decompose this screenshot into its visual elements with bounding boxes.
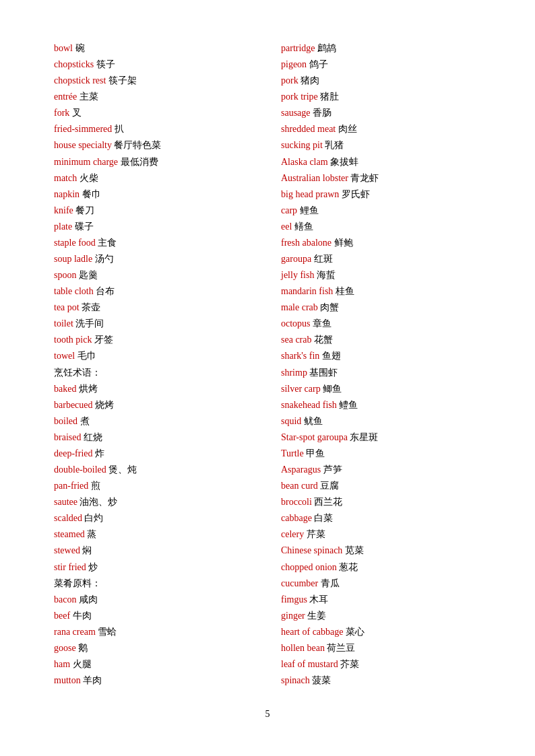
chinese-term: 苋菜: [345, 545, 364, 555]
chinese-term: 羊肉: [83, 675, 102, 685]
english-term: tooth pick: [54, 335, 94, 345]
list-item: spoon 匙羹: [54, 267, 254, 283]
chinese-term: 烧烤: [95, 400, 114, 410]
list-item: tea pot 茶壶: [54, 300, 254, 316]
english-term: partridge: [281, 43, 317, 53]
chinese-term: 鳝鱼: [294, 221, 313, 232]
chinese-term: 洗手间: [75, 318, 104, 329]
list-item: ginger 生姜: [281, 608, 481, 624]
chinese-term: 芦笋: [323, 465, 342, 475]
english-term: spinach: [281, 675, 312, 685]
chinese-term: 基围虾: [309, 368, 338, 378]
english-term: Australian lobster: [281, 173, 350, 183]
list-item: sausage 香肠: [281, 105, 481, 121]
english-term: snakehead fish: [281, 400, 339, 410]
english-term: toilet: [54, 318, 75, 329]
list-item: scalded 白灼: [54, 510, 254, 526]
list-item: match 火柴: [54, 170, 254, 186]
list-item: rana cream 雪蛤: [54, 624, 254, 640]
chinese-term: 毛巾: [77, 351, 96, 361]
english-term: table cloth: [54, 286, 96, 296]
list-item: stewed 焖: [54, 543, 254, 559]
chinese-term: 章鱼: [313, 318, 332, 329]
list-item: hollen bean 荷兰豆: [281, 640, 481, 656]
english-term: chopstick rest: [54, 75, 108, 85]
english-term: ham: [54, 659, 73, 669]
list-item: towel 毛巾: [54, 348, 254, 364]
list-item: staple food 主食: [54, 235, 254, 251]
chinese-term: 油泡、炒: [80, 497, 117, 507]
chinese-term: 炸: [95, 448, 104, 458]
english-term: shrimp: [281, 368, 309, 378]
english-term: pan-fried: [54, 481, 91, 491]
english-term: baked: [54, 384, 79, 394]
chinese-term: 东星斑: [350, 432, 378, 442]
english-term: plate: [54, 221, 75, 232]
english-term: napkin: [54, 189, 82, 199]
english-term: squid: [281, 416, 304, 426]
chinese-term: 西兰花: [314, 497, 342, 507]
chinese-term: 青龙虾: [350, 173, 379, 183]
english-term: silver carp: [281, 384, 323, 394]
english-term: chopped onion: [281, 562, 339, 572]
list-item: bean curd 豆腐: [281, 478, 481, 494]
list-item: cucumber 青瓜: [281, 576, 481, 592]
english-term: male crab: [281, 302, 320, 312]
english-term: Turtle: [281, 448, 306, 458]
list-item: shark's fin 鱼翅: [281, 348, 481, 364]
section-header: 烹饪术语：: [54, 365, 254, 381]
english-term: sea crab: [281, 335, 314, 345]
list-item: tooth pick 牙签: [54, 332, 254, 348]
english-term: spoon: [54, 270, 79, 280]
list-item: mandarin fish 桂鱼: [281, 283, 481, 300]
chinese-term: 海蜇: [317, 270, 336, 280]
english-term: double-boiled: [54, 465, 108, 475]
list-item: fimgus 木耳: [281, 592, 481, 608]
list-item: double-boiled 煲、炖: [54, 462, 254, 478]
chinese-term: 鱿鱼: [304, 416, 323, 426]
list-item: fried-simmered 扒: [54, 121, 254, 137]
english-term: fork: [54, 108, 72, 118]
english-term: leaf of mustard: [281, 659, 340, 669]
english-term: broccoli: [281, 497, 314, 507]
list-item: Alaska clam 象拔蚌: [281, 154, 481, 170]
english-term: boiled: [54, 416, 80, 426]
list-item: spinach 菠菜: [281, 673, 481, 689]
list-item: baked 烘烤: [54, 381, 254, 397]
list-item: heart of cabbage 菜心: [281, 624, 481, 640]
english-term: house specialty: [54, 140, 114, 150]
english-term: sausage: [281, 108, 313, 118]
chinese-term: 炒: [88, 562, 98, 572]
chinese-term: 红斑: [314, 254, 333, 264]
english-term: fried-simmered: [54, 124, 115, 134]
chinese-term: 菠菜: [312, 675, 331, 685]
chinese-term: 牛肉: [73, 611, 92, 621]
english-term: mutton: [54, 675, 83, 685]
list-item: stir fried 炒: [54, 559, 254, 576]
english-term: Alaska clam: [281, 157, 330, 167]
list-item: eel 鳝鱼: [281, 219, 481, 235]
list-item: ham 火腿: [54, 656, 254, 673]
english-term: shark's fin: [281, 351, 322, 361]
english-term: bean curd: [281, 481, 320, 491]
main-content: bowl 碗chopsticks 筷子chopstick rest 筷子架ent…: [54, 40, 481, 689]
english-term: cabbage: [281, 513, 314, 523]
chinese-term: 餐厅特色菜: [114, 140, 161, 150]
list-item: sucking pit 乳猪: [281, 137, 481, 153]
right-column: partridge 鹧鸪pigeon 鸽子pork 猪肉pork tripe 猪…: [268, 40, 481, 689]
english-term: bacon: [54, 594, 79, 605]
list-item: pork 猪肉: [281, 73, 481, 89]
english-term: goose: [54, 643, 78, 653]
chinese-term: 焖: [82, 545, 92, 555]
english-term: garoupa: [281, 254, 314, 264]
list-item: chopped onion 葱花: [281, 559, 481, 576]
chinese-term: 火柴: [80, 173, 98, 183]
chinese-term: 鹧鸪: [317, 43, 336, 53]
chinese-term: 鸽子: [309, 59, 328, 69]
english-term: mandarin fish: [281, 286, 336, 296]
chinese-term: 罗氏虾: [342, 189, 370, 199]
chinese-term: 芥菜: [340, 659, 359, 669]
english-term: sucking pit: [281, 140, 325, 150]
english-term: pork tripe: [281, 92, 320, 102]
english-term: match: [54, 173, 80, 183]
